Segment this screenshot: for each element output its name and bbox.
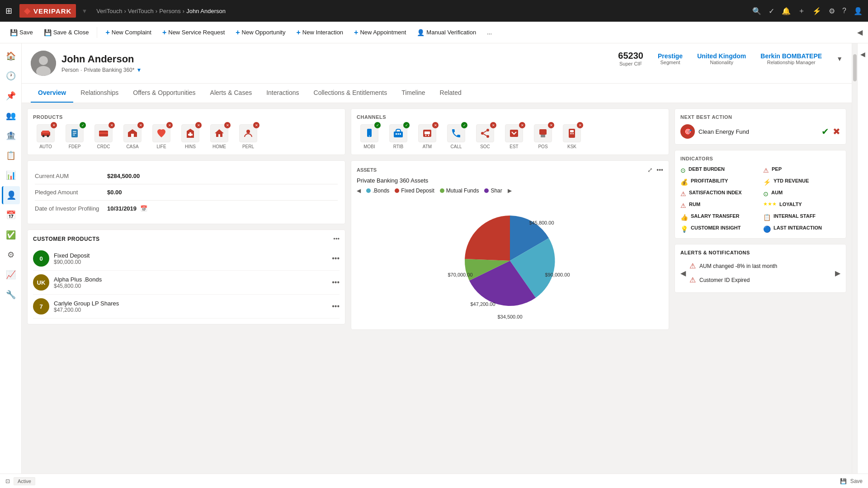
tab-collections[interactable]: Collections & Entitlements bbox=[307, 84, 395, 103]
scroll-thumb[interactable] bbox=[853, 54, 857, 81]
customer-products-menu[interactable]: ••• bbox=[333, 235, 340, 242]
new-appointment-button[interactable]: + New Appointment bbox=[349, 27, 410, 38]
customer-products-card: CUSTOMER PRODUCTS ••• 0 Fixed Deposit $9… bbox=[27, 230, 345, 324]
breadcrumb-veritouch[interactable]: VeriTouch bbox=[96, 8, 122, 14]
product-auto[interactable]: ✕ AUTO bbox=[33, 124, 58, 149]
sidebar-item-tasks[interactable]: ✅ bbox=[2, 226, 20, 244]
channel-est[interactable]: ✕ EST bbox=[501, 124, 527, 149]
search-icon[interactable]: 🔍 bbox=[752, 7, 761, 15]
nba-accept-button[interactable]: ✔ bbox=[821, 126, 829, 137]
internal-staff-label: INTERNAL STAFF bbox=[774, 213, 816, 219]
new-complaint-button[interactable]: + New Complaint bbox=[101, 27, 156, 38]
channel-ksk[interactable]: ✕ KSK bbox=[559, 124, 585, 149]
sidebar-item-calendar[interactable]: 📅 bbox=[2, 206, 20, 224]
bell-icon[interactable]: 🔔 bbox=[782, 7, 791, 15]
product-perl[interactable]: ✕ PERL bbox=[236, 124, 261, 149]
pep-icon: ⚠ bbox=[763, 167, 769, 174]
legend-prev[interactable]: ◀ bbox=[357, 188, 361, 194]
cp-menu-carlyle[interactable]: ••• bbox=[332, 302, 340, 310]
plus-icon[interactable]: ＋ bbox=[798, 6, 805, 16]
collapse-toolbar-button[interactable]: ◀ bbox=[857, 28, 863, 37]
tab-interactions[interactable]: Interactions bbox=[259, 84, 306, 103]
breadcrumb-persons[interactable]: Persons bbox=[159, 8, 181, 14]
svg-rect-12 bbox=[99, 132, 108, 134]
products-grid: ✕ AUTO ✓ FDEP bbox=[33, 124, 340, 149]
sidebar-item-analytics[interactable]: 📊 bbox=[2, 166, 20, 184]
logo[interactable]: ◆ VERIPARK bbox=[19, 4, 76, 18]
svg-point-27 bbox=[486, 129, 489, 131]
channels-card: CHANNELS ✓ MOBI ✓ bbox=[351, 108, 669, 155]
segment-dropdown[interactable]: ▼ bbox=[136, 67, 142, 73]
more-button[interactable]: ... bbox=[482, 27, 496, 38]
sidebar-item-cases[interactable]: 📋 bbox=[2, 146, 20, 164]
breadcrumb-veritouch2[interactable]: VeriTouch bbox=[128, 8, 154, 14]
user-icon[interactable]: 👤 bbox=[854, 7, 863, 15]
product-fdep[interactable]: ✓ FDEP bbox=[62, 124, 87, 149]
cp-sub-alpha-plus: $45,800.00 bbox=[54, 283, 327, 289]
new-opportunity-button[interactable]: + New Opportunity bbox=[231, 27, 290, 38]
tab-timeline[interactable]: Timeline bbox=[394, 84, 432, 103]
save-button[interactable]: 💾 Save bbox=[5, 27, 38, 38]
channel-soc[interactable]: ✕ SOC bbox=[472, 124, 498, 149]
manual-verification-button[interactable]: 👤 Manual Verification bbox=[412, 27, 481, 38]
right-collapse-button[interactable]: ◀ bbox=[857, 43, 868, 488]
help-icon[interactable]: ? bbox=[842, 7, 846, 15]
cp-menu-alpha-plus[interactable]: ••• bbox=[332, 278, 340, 286]
tab-alerts[interactable]: Alerts & Cases bbox=[203, 84, 259, 103]
nba-actions: ✔ ✖ bbox=[821, 126, 840, 137]
filter-icon[interactable]: ⚡ bbox=[812, 7, 821, 15]
cif-block: 65230 Super CIF bbox=[618, 51, 643, 66]
channel-rtib[interactable]: ✓ RTIB bbox=[386, 124, 411, 149]
segment-value[interactable]: Prestige bbox=[658, 52, 683, 60]
assets-expand-icon[interactable]: ⤢ bbox=[647, 166, 653, 174]
dropdown-arrow[interactable]: ▼ bbox=[81, 8, 87, 14]
cp-item-alpha-plus[interactable]: UK Alpha Plus .Bonds $45,800.00 ••• bbox=[33, 271, 340, 295]
cp-menu-fixed-deposit[interactable]: ••• bbox=[332, 254, 340, 263]
channel-call[interactable]: ✓ CALL bbox=[443, 124, 469, 149]
person-header-collapse[interactable]: ▼ bbox=[836, 55, 843, 62]
new-service-request-button[interactable]: + New Service Request bbox=[158, 27, 229, 38]
sidebar-item-pinned[interactable]: 📌 bbox=[2, 87, 20, 105]
channel-pos[interactable]: ✕ POS bbox=[530, 124, 556, 149]
person-info-right: 65230 Super CIF Prestige Segment United … bbox=[618, 51, 843, 66]
sidebar-item-contacts[interactable]: 👥 bbox=[2, 107, 20, 125]
cp-name-alpha-plus: Alpha Plus .Bonds bbox=[54, 276, 327, 283]
rm-value[interactable]: Berkin BOMBATEPE bbox=[760, 52, 822, 60]
screenshot-icon[interactable]: ⊡ bbox=[5, 478, 10, 484]
product-life[interactable]: ✕ LIFE bbox=[149, 124, 174, 149]
save-status-icon[interactable]: 💾 bbox=[840, 478, 847, 484]
sidebar-item-settings[interactable]: ⚙ bbox=[2, 246, 20, 264]
product-crdc[interactable]: ✕ CRDC bbox=[91, 124, 116, 149]
sidebar-item-tools[interactable]: 🔧 bbox=[2, 286, 20, 304]
new-interaction-button[interactable]: + New Interaction bbox=[292, 27, 348, 38]
alerts-prev[interactable]: ◀ bbox=[680, 269, 686, 277]
legend-next[interactable]: ▶ bbox=[508, 188, 512, 194]
sidebar-item-accounts[interactable]: 🏦 bbox=[2, 127, 20, 145]
sidebar-item-reports[interactable]: 📈 bbox=[2, 266, 20, 284]
sidebar-item-home[interactable]: 🏠 bbox=[2, 47, 20, 65]
assets-more-icon[interactable]: ••• bbox=[656, 166, 663, 174]
sidebar-item-recent[interactable]: 🕐 bbox=[2, 67, 20, 85]
nba-reject-button[interactable]: ✖ bbox=[833, 126, 840, 137]
apps-icon[interactable]: ⊞ bbox=[5, 6, 12, 16]
calendar-icon[interactable]: 📅 bbox=[140, 205, 147, 212]
channel-atm[interactable]: ✕ ATM bbox=[415, 124, 440, 149]
sidebar-item-persons[interactable]: 👤 bbox=[2, 186, 20, 204]
tab-related[interactable]: Related bbox=[433, 84, 469, 103]
cp-item-carlyle[interactable]: 7 Carlyle Group LP Shares $47,200.00 ••• bbox=[33, 295, 340, 319]
product-hins[interactable]: ✕ HINS bbox=[178, 124, 203, 149]
product-home[interactable]: ✕ HOME bbox=[207, 124, 232, 149]
tabs-bar: Overview Relationships Offers & Opportun… bbox=[22, 84, 852, 103]
settings-icon[interactable]: ⚙ bbox=[829, 7, 835, 15]
middle-column: CHANNELS ✓ MOBI ✓ bbox=[351, 108, 669, 330]
cp-item-fixed-deposit[interactable]: 0 Fixed Deposit $90,000.00 ••• bbox=[33, 247, 340, 271]
channel-mobi[interactable]: ✓ MOBI bbox=[357, 124, 382, 149]
product-casa[interactable]: ✕ CASA bbox=[120, 124, 145, 149]
check-circle-icon[interactable]: ✓ bbox=[769, 7, 774, 15]
save-close-button[interactable]: 💾 Save & Close bbox=[39, 27, 94, 38]
alerts-next[interactable]: ▶ bbox=[835, 269, 840, 277]
tab-relationships[interactable]: Relationships bbox=[73, 84, 126, 103]
nationality-value[interactable]: United Kingdom bbox=[697, 52, 746, 60]
tab-offers[interactable]: Offers & Opportunities bbox=[126, 84, 203, 103]
tab-overview[interactable]: Overview bbox=[31, 84, 73, 103]
